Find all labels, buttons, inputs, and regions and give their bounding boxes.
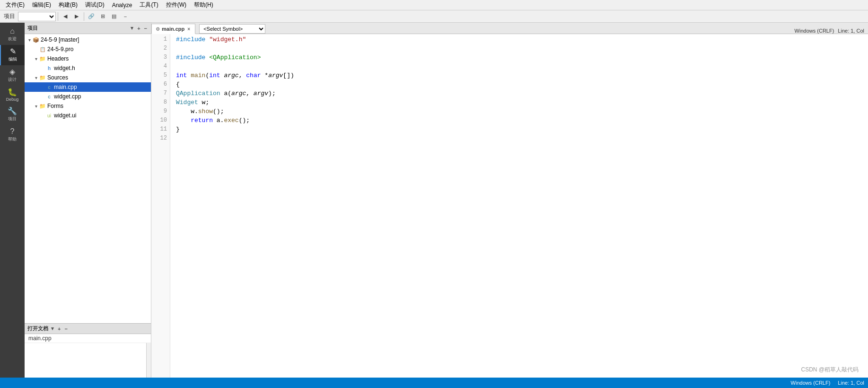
project-panel-title: 项目 [27, 25, 128, 32]
panel-close-btn[interactable]: − [143, 26, 148, 31]
toolbar-btn-4[interactable]: − [120, 11, 131, 22]
tree-item-label: widget.h [54, 65, 75, 71]
toolbar-btn-3[interactable]: ▤ [109, 11, 119, 22]
tab-right-info: Windows (CRLF) Line: 1, Col [795, 28, 868, 34]
tree-item[interactable]: cwidget.cpp [25, 92, 151, 101]
toolbar-project-label: 项目 [2, 12, 17, 20]
code-line: #include <QApplication> [176, 53, 868, 62]
tree-item[interactable]: hwidget.h [25, 63, 151, 73]
code-line [176, 62, 868, 71]
bottom-panel-title: 打开文档 [27, 325, 48, 332]
code-token [205, 35, 209, 44]
menu-help[interactable]: 帮助(H) [190, 0, 217, 10]
code-line [176, 44, 868, 53]
tree-item[interactable]: ▾📁Sources [25, 73, 151, 82]
code-line: #include "widget.h" [176, 35, 868, 44]
line-numbers: 123456789101112 [151, 34, 170, 378]
menu-controls[interactable]: 控件(W) [162, 0, 190, 10]
tree-item-icon: c [45, 84, 53, 90]
tree-item-icon: 📁 [39, 56, 46, 62]
line-number: 10 [154, 116, 167, 125]
tab-bar: ⚙ main.cpp × <Select Symbol> Windows (CR… [151, 23, 868, 34]
line-number: 4 [154, 62, 167, 71]
bottom-panel-scrollbar[interactable] [146, 343, 151, 378]
toolbar-separator-2 [84, 12, 84, 21]
tree-item-label: widget.ui [54, 112, 76, 119]
code-token: a( [220, 89, 231, 98]
code-token: show [198, 107, 213, 116]
sidebar-item-edit[interactable]: ✎ 编辑 [0, 45, 25, 65]
code-line: return a.exec(); [176, 116, 868, 125]
code-token: (); [213, 107, 224, 116]
bottom-panel-close[interactable]: − [63, 326, 68, 332]
code-token: w. [176, 107, 198, 116]
code-token [220, 71, 224, 80]
line-number: 2 [154, 44, 167, 53]
status-bar: Windows (CRLF) Line: 1, Col [0, 378, 868, 388]
tab-main-cpp[interactable]: ⚙ main.cpp × [151, 24, 195, 34]
line-number: 7 [154, 89, 167, 98]
panel-dropdown-btn[interactable]: ▾ [130, 25, 134, 31]
nav-back-button[interactable]: ◀ [60, 11, 70, 22]
code-token: int [176, 71, 187, 80]
toolbar-btn-2[interactable]: ⊞ [97, 11, 108, 22]
project-panel-header: 项目 ▾ + − [25, 23, 151, 34]
tree-item[interactable]: uiwidget.ui [25, 111, 151, 120]
menu-build[interactable]: 构建(B) [55, 0, 81, 10]
sidebar-item-welcome[interactable]: ⌂ 欢迎 [0, 25, 25, 45]
code-content[interactable]: #include "widget.h" #include <QApplicati… [170, 34, 868, 378]
symbol-select[interactable]: <Select Symbol> [199, 24, 265, 34]
main-area: ⌂ 欢迎 ✎ 编辑 ◈ 设计 🐛 Debug 🔧 项目 ? 帮助 项目 ▾ + [0, 23, 868, 378]
design-icon: ◈ [9, 68, 15, 76]
menu-tools[interactable]: 工具(T) [136, 0, 162, 10]
code-token: char [246, 71, 261, 80]
tab-file-icon: ⚙ [156, 26, 160, 32]
line-number: 3 [154, 53, 167, 62]
code-token: return [176, 116, 213, 125]
bottom-panel-add[interactable]: + [57, 326, 61, 332]
code-token: #include [176, 35, 205, 44]
line-number: 5 [154, 71, 167, 80]
bottom-panel-dropdown[interactable]: ▾ [50, 326, 55, 332]
code-token: ( [205, 71, 209, 80]
project-dropdown[interactable] [18, 12, 56, 21]
sidebar-label-debug: Debug [6, 97, 19, 102]
code-token: a. [213, 116, 224, 125]
menu-debug[interactable]: 调试(D) [81, 0, 108, 10]
open-file-item[interactable]: main.cpp [25, 334, 151, 343]
code-token: , [239, 71, 246, 80]
sidebar-item-project[interactable]: 🔧 项目 [0, 105, 25, 125]
menu-file[interactable]: 文件(E) [2, 0, 28, 10]
code-token: []) [283, 71, 294, 80]
code-token [205, 53, 209, 62]
sidebar-item-help[interactable]: ? 帮助 [0, 125, 25, 145]
sidebar-item-debug[interactable]: 🐛 Debug [0, 86, 25, 105]
tree-item-label: Sources [47, 74, 68, 81]
sidebar-item-design[interactable]: ◈ 设计 [0, 65, 25, 86]
menu-analyze[interactable]: Analyze [108, 1, 136, 9]
panel-add-btn[interactable]: + [136, 26, 141, 31]
toolbar-btn-1[interactable]: 🔗 [86, 11, 96, 22]
tree-expand-icon: ▾ [26, 37, 32, 43]
help-icon: ? [10, 128, 15, 135]
debug-icon: 🐛 [8, 88, 17, 96]
tree-item[interactable]: 📋24-5-9.pro [25, 44, 151, 54]
code-editor[interactable]: 123456789101112 #include "widget.h" #inc… [151, 34, 868, 378]
code-line: Widget w; [176, 98, 868, 107]
code-token: argc [224, 71, 238, 80]
sidebar-label-edit: 编辑 [9, 56, 17, 62]
bottom-panel-content: main.cpp [25, 334, 151, 378]
nav-forward-button[interactable]: ▶ [71, 11, 82, 22]
line-number: 1 [154, 35, 167, 44]
tree-item[interactable]: ▾📁Headers [25, 54, 151, 63]
tree-item[interactable]: ▾📦24-5-9 [master] [25, 35, 151, 44]
menu-edit[interactable]: 编辑(E) [28, 0, 55, 10]
tree-item[interactable]: ▾📁Forms [25, 101, 151, 111]
tab-close-btn[interactable]: × [186, 26, 191, 32]
tree-item[interactable]: cmain.cpp [25, 82, 151, 92]
line-number: 12 [154, 134, 167, 143]
code-line: } [176, 125, 868, 134]
line-number: 8 [154, 98, 167, 107]
status-position: Line: 1, Col [838, 380, 864, 386]
tree-item-icon: 📁 [39, 103, 46, 109]
